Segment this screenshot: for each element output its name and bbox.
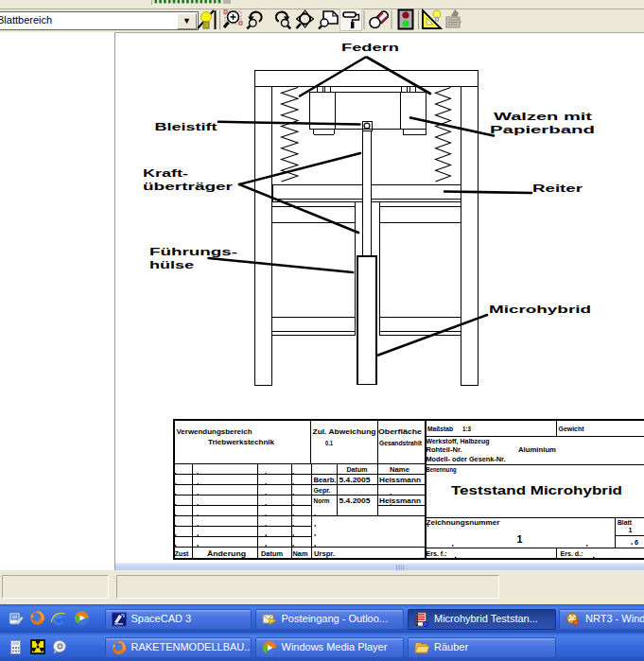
- svg-text:Teststand Microhybrid: Teststand Microhybrid: [451, 483, 622, 497]
- svg-text:Papierband: Papierband: [490, 124, 595, 135]
- svg-text:Führungs-: Führungs-: [149, 246, 238, 257]
- svg-text:1:3: 1:3: [462, 426, 471, 432]
- svg-text:Norm: Norm: [314, 497, 330, 504]
- svg-text:Zul. Abweichung: Zul. Abweichung: [313, 428, 376, 436]
- svg-text:Änderung: Änderung: [207, 550, 246, 558]
- svg-text:Aluminium: Aluminium: [518, 446, 556, 453]
- svg-text:Zeichnungsnummer: Zeichnungsnummer: [426, 519, 501, 527]
- svg-text:Modell- oder Gesenk-Nr.: Modell- oder Gesenk-Nr.: [426, 456, 506, 462]
- svg-text:Verwendungsbereich: Verwendungsbereich: [177, 428, 252, 436]
- svg-text:0.1: 0.1: [325, 440, 333, 446]
- svg-text:1: 1: [517, 533, 523, 545]
- svg-text:Name: Name: [390, 466, 409, 473]
- svg-text:Microhybrid: Microhybrid: [489, 304, 591, 315]
- svg-text:Triebwerkstechnik: Triebwerkstechnik: [208, 439, 274, 445]
- svg-text:Werkstoff, Halbzeug: Werkstoff, Halbzeug: [426, 438, 490, 445]
- svg-text:Bleistift: Bleistift: [155, 121, 218, 132]
- svg-text:Gewicht: Gewicht: [559, 426, 585, 432]
- svg-text:Benennung: Benennung: [426, 466, 457, 474]
- svg-text:Maßstab: Maßstab: [427, 426, 453, 432]
- svg-text:überträger: überträger: [143, 181, 233, 192]
- svg-text:6: 6: [635, 539, 638, 546]
- svg-text:Rohteil-Nr.: Rohteil-Nr.: [426, 446, 462, 453]
- svg-text:hülse: hülse: [149, 259, 194, 270]
- svg-text:Datum: Datum: [347, 466, 368, 473]
- svg-text:Oberfläche: Oberfläche: [378, 428, 423, 435]
- svg-text:Gepr.: Gepr.: [314, 487, 331, 495]
- svg-text:Reiter: Reiter: [532, 183, 583, 194]
- svg-text:Bearb.: Bearb.: [314, 477, 337, 483]
- svg-text:5.4.2005: 5.4.2005: [339, 497, 371, 504]
- svg-text:Federn: Federn: [341, 42, 399, 53]
- svg-text:Blatt: Blatt: [618, 519, 633, 526]
- svg-text:Ers. d.:: Ers. d.:: [561, 550, 583, 557]
- svg-text:Walzen mit: Walzen mit: [494, 111, 593, 122]
- svg-text:Ers. f.:: Ers. f.:: [426, 550, 447, 557]
- svg-text:Kraft-: Kraft-: [143, 167, 189, 179]
- svg-text:Zust: Zust: [175, 550, 190, 557]
- svg-text:5.4.2005: 5.4.2005: [339, 477, 371, 483]
- svg-text:1: 1: [629, 527, 633, 533]
- svg-text:Gesandstrahlt: Gesandstrahlt: [379, 440, 423, 446]
- svg-text:Heissmann: Heissmann: [379, 477, 421, 483]
- svg-text:Datum: Datum: [261, 550, 283, 557]
- svg-text:Nam: Nam: [293, 550, 308, 557]
- svg-text:Urspr.: Urspr.: [314, 550, 335, 558]
- svg-text:Heissmann: Heissmann: [379, 497, 421, 504]
